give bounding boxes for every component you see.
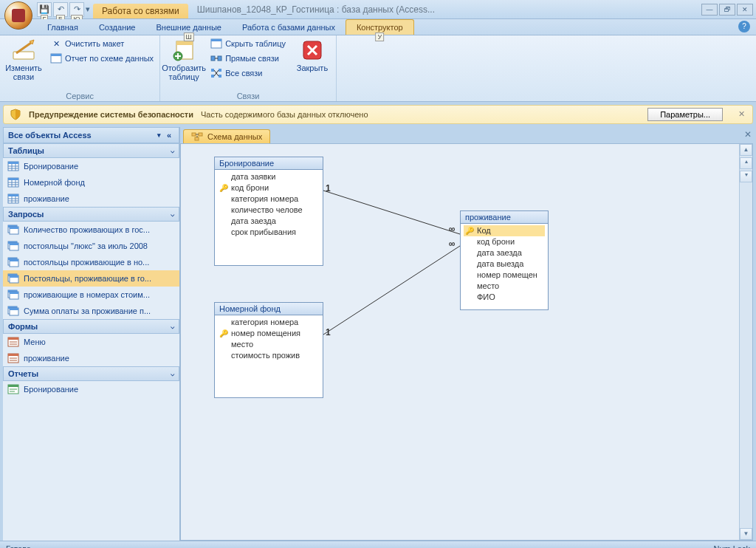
show-table-button[interactable]: Отобразить таблицу <box>163 37 205 83</box>
table-box-residence[interactable]: проживание 🔑Кодкод бронидата заездадата … <box>460 210 549 310</box>
cardinality-many: ∞ <box>449 224 456 234</box>
doc-close-button[interactable]: ✕ <box>743 129 753 140</box>
nav-item[interactable]: проживание <box>3 191 179 207</box>
close-button-ribbon[interactable]: Закрыть <box>292 37 333 74</box>
qat-save[interactable]: 💾Г <box>37 2 52 17</box>
tab-external-data[interactable]: Внешние данныеШ <box>146 20 232 35</box>
query-icon <box>7 306 19 316</box>
nav-collapse-button[interactable]: « <box>164 131 174 140</box>
svg-rect-4 <box>176 41 193 45</box>
svg-rect-69 <box>8 385 18 387</box>
scroll-nav-up-icon[interactable]: ▴ <box>740 157 752 169</box>
office-button[interactable] <box>4 1 32 30</box>
shield-icon <box>10 109 21 120</box>
close-button[interactable]: ✕ <box>737 4 753 16</box>
quick-access-toolbar: 💾Г ↶Б ↷Ю ▾ <box>37 2 93 17</box>
nav-item[interactable]: Меню <box>3 334 179 350</box>
table-field[interactable]: место <box>464 281 545 292</box>
table-field[interactable]: номер помещен <box>464 270 545 281</box>
nav-item[interactable]: Постояльцы, проживающие в го... <box>3 270 179 287</box>
tab-database-tools[interactable]: Работа с базами данных <box>232 20 346 35</box>
scroll-nav-down-icon[interactable]: ▾ <box>740 171 752 182</box>
relationship-report-button[interactable]: Отчет по схеме данных <box>47 52 157 65</box>
svg-rect-8 <box>211 56 215 61</box>
minimize-button[interactable]: — <box>701 4 718 16</box>
table-field[interactable]: стоимость прожив <box>218 350 320 361</box>
nav-item[interactable]: Бронирование <box>3 381 179 397</box>
nav-item[interactable]: Сумма оплаты за проживание п... <box>3 303 179 319</box>
nav-item[interactable]: Бронирование <box>3 158 179 174</box>
table-field[interactable]: дата выезда <box>464 258 545 270</box>
table-field[interactable]: ФИО <box>464 292 545 303</box>
table-field[interactable]: категория номера <box>218 193 320 205</box>
svg-rect-7 <box>211 39 221 41</box>
nav-item[interactable]: постояльцы "люкс" за июль 2008 <box>3 238 179 254</box>
svg-rect-2 <box>51 54 61 56</box>
qat-redo[interactable]: ↷Ю <box>69 2 84 17</box>
nav-dropdown-icon[interactable]: ▾ <box>157 131 161 139</box>
relationships-canvas[interactable]: 1 ∞ 1 ∞ Бронирование дата заявки🔑код бро… <box>180 143 753 541</box>
table-field[interactable]: 🔑номер помещения <box>218 328 320 339</box>
clear-layout-button[interactable]: ✕Очистить макет <box>47 37 157 50</box>
query-icon <box>7 257 19 267</box>
nav-group-header[interactable]: Отчеты⌵ <box>3 366 179 381</box>
table-field[interactable]: код брони <box>464 236 545 247</box>
nav-header[interactable]: Все объекты Access ▾ « <box>3 127 179 143</box>
table-field[interactable]: дата заявки <box>218 171 320 182</box>
help-button[interactable]: ? <box>738 21 750 32</box>
table-field[interactable]: место <box>218 339 320 350</box>
svg-rect-61 <box>8 338 18 340</box>
status-numlock: Num Lock <box>713 544 750 549</box>
cardinality-many: ∞ <box>449 239 456 249</box>
scroll-up-icon[interactable]: ▲ <box>740 144 752 156</box>
svg-rect-73 <box>199 133 202 136</box>
direct-relationships-button[interactable]: Прямые связи <box>207 52 289 65</box>
tab-create[interactable]: Создание <box>89 20 146 35</box>
primary-key-icon: 🔑 <box>465 225 474 236</box>
nav-item[interactable]: проживание <box>3 350 179 366</box>
nav-item[interactable]: Количество проживающих в гос... <box>3 222 179 238</box>
svg-rect-14 <box>219 75 221 78</box>
table-field[interactable]: дата заезда <box>464 247 545 258</box>
security-options-button[interactable]: Параметры... <box>647 108 723 121</box>
security-close-button[interactable]: ✕ <box>736 109 746 120</box>
svg-rect-31 <box>8 194 18 196</box>
nav-item[interactable]: Номерной фонд <box>3 174 179 191</box>
table-field[interactable]: дата заезда <box>218 216 320 227</box>
nav-group-header[interactable]: Таблицы⌵ <box>3 143 179 158</box>
nav-group-header[interactable]: Формы⌵ <box>3 319 179 334</box>
scroll-down-icon[interactable]: ▼ <box>740 528 752 540</box>
all-rel-icon <box>210 67 222 79</box>
nav-item[interactable]: проживающие в номерах стоим... <box>3 287 179 303</box>
table-box-rooms[interactable]: Номерной фонд категория номера🔑номер пом… <box>214 302 323 398</box>
table-field[interactable]: категория номера <box>218 317 320 328</box>
hide-table-button[interactable]: Скрыть таблицу <box>207 37 289 50</box>
table-field[interactable]: 🔑код брони <box>218 182 320 193</box>
svg-rect-11 <box>211 69 214 72</box>
nav-item[interactable]: постояльцы проживающие в но... <box>3 254 179 270</box>
qat-undo[interactable]: ↶Б <box>53 2 68 17</box>
table-box-bookings[interactable]: Бронирование дата заявки🔑код броникатего… <box>214 157 323 266</box>
tab-design[interactable]: КонструкторУ <box>346 19 414 35</box>
table-field[interactable]: 🔑Код <box>464 225 545 236</box>
restore-button[interactable]: 🗗 <box>719 4 735 16</box>
edit-relationships-icon <box>12 38 35 62</box>
all-relationships-button[interactable]: Все связи <box>207 66 289 80</box>
qat-customize[interactable]: ▾ <box>86 4 93 14</box>
tab-home[interactable]: Главная <box>37 20 89 35</box>
edit-relationships-button[interactable]: Изменить связи <box>3 37 44 83</box>
table-field[interactable]: срок прибывания <box>218 227 320 238</box>
ribbon: Изменить связи ✕Очистить макет Отчет по … <box>0 35 756 102</box>
nav-group-header[interactable]: Запросы⌵ <box>3 207 179 222</box>
direct-rel-icon <box>210 52 222 64</box>
svg-rect-59 <box>10 308 18 310</box>
context-tab-title: Работа со связями <box>93 4 188 18</box>
status-text: Готово <box>6 544 31 549</box>
table-field[interactable]: количество челове <box>218 205 320 216</box>
doc-tab-schema[interactable]: Схема данных <box>183 129 270 143</box>
security-message: Часть содержимого базы данных отключено <box>201 110 368 119</box>
status-bar: Готово Num Lock <box>0 541 756 548</box>
vertical-scrollbar[interactable]: ▲ ▴ ▾ ▼ <box>739 144 752 540</box>
svg-rect-51 <box>10 275 18 278</box>
ribbon-group-service: Изменить связи ✕Очистить макет Отчет по … <box>0 35 160 101</box>
